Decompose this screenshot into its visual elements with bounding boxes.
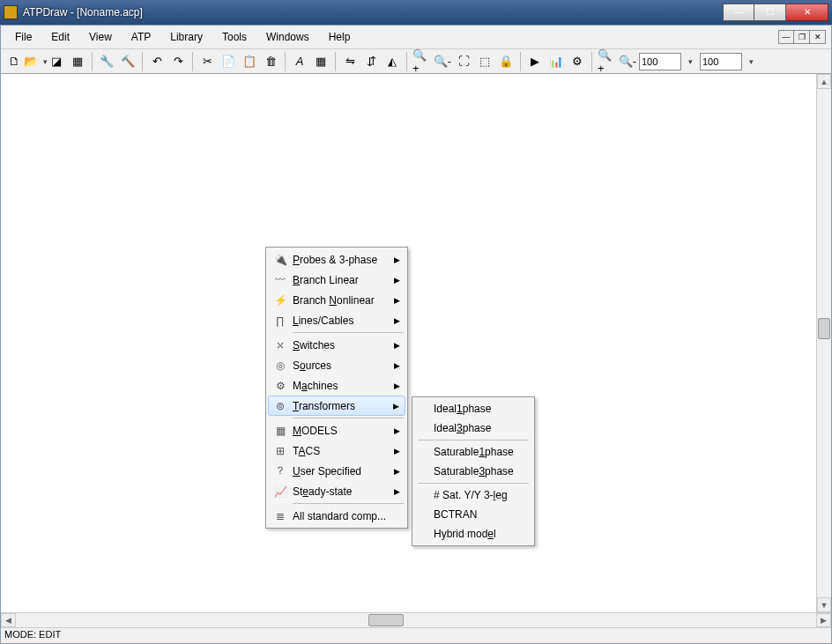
menu-item-icon: 〰 [271,273,289,287]
window-title: ATPDraw - [Noname.acp] [23,6,143,19]
zoom-input-2[interactable] [700,53,742,70]
menubar: File Edit View ATP Library Tools Windows… [1,26,831,49]
app-icon [4,5,18,19]
submenu-item[interactable]: Ideal 1 phase [414,399,532,418]
save-icon[interactable]: ◪ [47,52,66,71]
flip-h-icon[interactable]: ⇋ [340,52,360,71]
context-item[interactable]: ⊚Transformers▶ [268,396,405,416]
settings-icon[interactable]: ⚙ [568,52,587,71]
context-item[interactable]: ≣All standard comp... [268,506,405,526]
menu-view[interactable]: View [80,29,121,45]
menu-item-label: Lines/Cables [289,315,390,327]
tool2-icon[interactable]: 🔨 [118,52,137,71]
context-item[interactable]: ▦MODELS▶ [268,420,405,440]
submenu-item[interactable]: Hybrid model [414,524,532,544]
dropdown-icon[interactable]: ▾ [688,57,693,66]
context-item[interactable]: ⤬Switches▶ [268,335,405,355]
cut-icon[interactable]: ✂ [197,52,217,71]
submenu-item[interactable]: Ideal 3 phase [414,418,532,438]
submenu-item[interactable]: # Sat. Y/Y 3-leg [414,485,532,505]
separator [406,52,407,71]
redo-icon[interactable]: ↷ [168,52,188,71]
scroll-track[interactable] [16,613,816,627]
run-icon[interactable]: ▶ [525,52,545,71]
minimize-button[interactable]: — [723,4,754,21]
zoom-out-icon[interactable]: 🔍- [433,52,452,71]
lock-icon[interactable]: 🔒 [496,52,516,71]
saveall-icon[interactable]: ▦ [68,52,87,71]
submenu-item[interactable]: Saturable 1 phase [414,442,532,462]
delete-icon[interactable]: 🗑 [261,52,280,71]
scroll-thumb[interactable] [818,318,830,339]
submenu-arrow-icon: ▶ [394,381,400,390]
context-item[interactable]: ？User Specified▶ [268,461,405,481]
tool-icon[interactable]: 🔧 [97,52,116,71]
menu-item-icon: ⤬ [271,338,289,352]
menu-tools[interactable]: Tools [213,29,256,45]
menu-item-icon: ▦ [271,424,289,438]
submenu-arrow-icon: ▶ [394,426,400,435]
menu-item-label: TACS [289,445,390,457]
horizontal-scrollbar[interactable]: ◀ ▶ [1,612,831,627]
separator [520,52,521,71]
context-item[interactable]: 📈Steady-state▶ [268,481,405,501]
menu-atp[interactable]: ATP [123,29,160,45]
copy-icon[interactable]: 📄 [219,52,238,71]
scroll-up-icon[interactable]: ▲ [817,74,831,89]
dropdown-icon[interactable]: ▾ [749,57,754,66]
results-icon[interactable]: 📊 [546,52,566,71]
menu-item-label: Switches [289,339,390,352]
menu-item-label: Steady-state [289,485,390,498]
zoom-fit-icon[interactable]: ⛶ [454,52,473,71]
zoom-in-icon[interactable]: 🔍+ [412,52,431,71]
submenu-item[interactable]: BCTRAN [414,505,532,524]
menu-item-icon: 📈 [271,485,289,499]
menu-edit[interactable]: Edit [42,29,78,45]
scroll-track[interactable] [817,89,831,597]
submenu-item[interactable]: Saturable 3 phase [414,462,532,481]
context-item[interactable]: 〰Branch Linear▶ [268,270,405,290]
drawing-canvas[interactable]: 🔌Probes & 3-phase▶〰Branch Linear▶⚡Branch… [1,74,816,612]
vertical-scrollbar[interactable]: ▲ ▼ [816,74,831,612]
mirror-icon[interactable]: ◭ [383,52,402,71]
zoom-out-2-icon[interactable]: 🔍- [618,52,637,71]
context-item[interactable]: ∏Lines/Cables▶ [268,310,405,330]
submenu-arrow-icon: ▶ [394,447,400,455]
maximize-button[interactable]: ☐ [754,4,786,21]
scroll-right-icon[interactable]: ▶ [816,613,831,627]
flip-v-icon[interactable]: ⇵ [361,52,381,71]
context-item[interactable]: ⊞TACS▶ [268,440,405,461]
menu-windows[interactable]: Windows [257,29,318,45]
paste-icon[interactable]: 📋 [240,52,259,71]
mdi-restore-button[interactable]: ❐ [794,30,810,44]
menu-file[interactable]: File [6,29,41,45]
context-item[interactable]: ◎Sources▶ [268,355,405,375]
close-button[interactable]: ✕ [786,4,828,21]
context-item[interactable]: ⚙Machines▶ [268,375,405,396]
scroll-left-icon[interactable]: ◀ [1,613,16,627]
new-icon[interactable]: 🗋 [4,52,24,71]
font-icon[interactable]: A [290,52,309,71]
mdi-minimize-button[interactable]: — [778,30,794,44]
context-item[interactable]: 🔌Probes & 3-phase▶ [268,249,405,270]
zoom-in-2-icon[interactable]: 🔍+ [597,52,616,71]
menu-help[interactable]: Help [320,29,360,45]
submenu-arrow-icon: ▶ [394,361,400,370]
open-icon[interactable]: 📂▾ [26,52,45,71]
mdi-close-button[interactable]: ✕ [810,30,826,44]
menu-library[interactable]: Library [161,29,212,45]
scroll-thumb[interactable] [368,614,404,626]
app-window: ATPDraw - [Noname.acp] — ☐ ✕ File Edit V… [0,0,832,644]
grid-icon[interactable]: ▦ [311,52,331,71]
context-item[interactable]: ⚡Branch Nonlinear▶ [268,290,405,310]
submenu-arrow-icon: ▶ [394,467,400,476]
select-icon[interactable]: ⬚ [475,52,494,71]
undo-icon[interactable]: ↶ [147,52,167,71]
separator [591,52,592,71]
transformers-submenu: Ideal 1 phaseIdeal 3 phaseSaturable 1 ph… [412,396,535,546]
submenu-arrow-icon: ▶ [394,487,400,496]
zoom-input-1[interactable] [639,53,681,70]
separator [142,52,143,71]
scroll-down-icon[interactable]: ▼ [817,597,831,612]
menu-item-icon: ◎ [271,359,289,373]
